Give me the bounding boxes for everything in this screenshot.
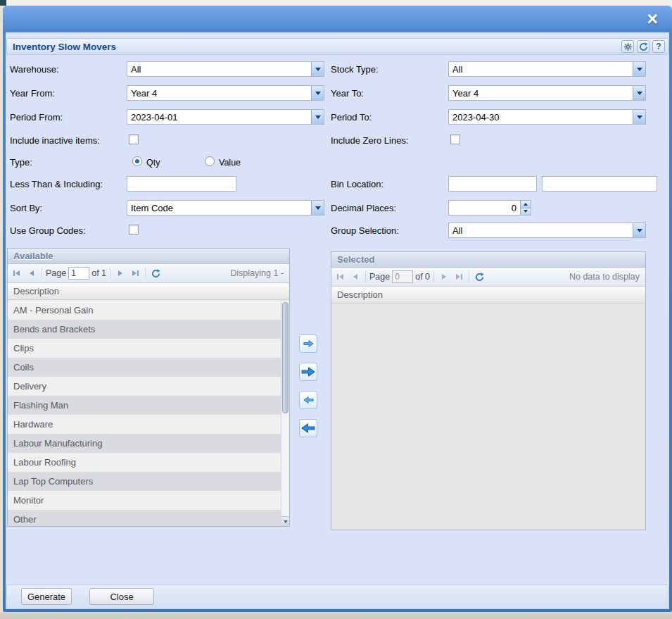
first-page-button[interactable] [11,267,23,280]
first-page-button[interactable] [334,270,347,283]
stock-type-combo[interactable] [448,61,646,77]
last-page-button[interactable] [129,267,141,280]
include-zero-checkbox[interactable] [450,135,460,144]
period-to-trigger[interactable] [633,110,645,124]
move-all-right-button[interactable] [299,363,317,381]
period-to-combo[interactable] [448,109,646,125]
stock-type-input[interactable] [448,61,646,77]
list-item[interactable]: AM - Personal Gain [8,301,289,320]
sort-by-combo[interactable] [127,200,324,215]
period-from-input[interactable] [127,109,324,125]
list-item[interactable]: Labour Roofing [8,453,289,472]
less-than-input[interactable] [127,176,236,192]
type-value-radio[interactable] [205,156,215,166]
bin-location-input-1[interactable] [448,176,537,192]
generate-button[interactable]: Generate [21,588,72,605]
list-item[interactable]: Coils [8,358,289,377]
prev-page-button[interactable] [25,267,38,280]
bin-location-field-1[interactable] [448,176,537,192]
selected-column-header[interactable]: Description [331,287,645,304]
less-than-field[interactable] [127,176,236,192]
use-group-codes-label: Use Group Codes: [10,225,86,236]
list-item[interactable]: Delivery [8,377,289,396]
list-item[interactable]: Clips [8,339,289,358]
move-all-left-button[interactable] [299,419,317,437]
refresh-button[interactable] [149,267,162,280]
list-item[interactable]: Hardware [8,415,289,434]
warehouse-combo[interactable] [127,61,324,77]
group-selection-label: Group Selection: [331,225,399,236]
next-page-button[interactable] [438,270,450,283]
next-page-icon [439,272,449,282]
refresh-button[interactable] [473,270,486,283]
year-to-combo[interactable] [448,85,646,101]
group-selection-input[interactable] [448,223,646,238]
group-selection-trigger[interactable] [633,223,645,237]
available-column-header[interactable]: Description [8,283,289,300]
bin-location-input-2[interactable] [542,176,657,192]
year-from-trigger[interactable] [311,86,324,100]
page-number-input[interactable] [68,267,89,280]
arrow-left-icon [303,396,314,404]
list-item[interactable]: Lap Top Computers [8,472,289,491]
list-item[interactable]: Labour Manufacturing [8,434,289,453]
scrollbar-thumb[interactable] [282,302,289,413]
refresh-button[interactable] [637,40,649,53]
list-item[interactable]: Flashing Man [8,396,289,415]
background-corner [0,0,6,6]
list-item[interactable]: Other [8,510,289,526]
sort-by-input[interactable] [127,200,324,215]
selected-paging-toolbar: Page of 0 No data to display [331,268,645,287]
move-right-button[interactable] [299,334,317,353]
period-to-label: Period To: [331,112,372,123]
refresh-icon [475,273,484,282]
close-icon[interactable]: × [647,8,658,30]
include-inactive-checkbox[interactable] [129,135,139,144]
prev-page-icon [350,272,360,282]
year-to-input[interactable] [448,85,646,101]
page-number-input[interactable] [392,270,413,283]
of-label: of 0 [415,272,430,282]
first-page-icon [12,268,22,278]
available-scrollbar[interactable] [281,301,289,526]
scrollbar-down-button[interactable] [281,516,290,526]
last-page-button[interactable] [452,270,465,283]
first-page-icon [336,272,345,282]
chevron-down-icon [637,229,642,232]
sort-by-label: Sort By: [10,203,42,213]
type-label: Type: [10,157,32,168]
spinner-up-button[interactable] [520,201,531,208]
chevron-up-icon [524,203,528,206]
next-page-button[interactable] [114,267,127,280]
stock-type-trigger[interactable] [633,62,645,76]
warehouse-input[interactable] [127,61,324,77]
decimal-places-input[interactable] [448,200,531,215]
year-to-trigger[interactable] [633,86,645,100]
close-button[interactable]: Close [89,588,154,605]
year-from-combo[interactable] [127,85,324,101]
prev-page-icon [27,268,37,278]
decimal-places-spinner[interactable] [448,200,531,215]
period-to-input[interactable] [448,109,646,125]
use-group-codes-checkbox[interactable] [129,225,139,235]
available-panel-title: Available [8,251,53,261]
list-item[interactable]: Monitor [8,491,289,510]
type-qty-radio[interactable] [132,156,142,166]
sort-by-trigger[interactable] [311,201,324,215]
chevron-down-icon [315,206,321,210]
gear-button[interactable] [621,40,634,53]
group-selection-combo[interactable] [448,223,646,238]
decimal-places-label: Decimal Places: [331,203,396,213]
spinner-down-button[interactable] [520,208,531,215]
move-left-button[interactable] [299,391,317,409]
year-from-input[interactable] [127,85,324,101]
list-item[interactable]: Bends and Brackets [8,320,289,339]
page-label: Page [369,272,390,282]
bin-location-field-2[interactable] [542,176,657,192]
help-button[interactable]: ? [652,40,665,53]
header-icon-group: ? [621,40,668,53]
period-from-combo[interactable] [127,109,324,125]
warehouse-trigger[interactable] [311,62,324,76]
prev-page-button[interactable] [349,270,362,283]
period-from-trigger[interactable] [311,110,324,124]
